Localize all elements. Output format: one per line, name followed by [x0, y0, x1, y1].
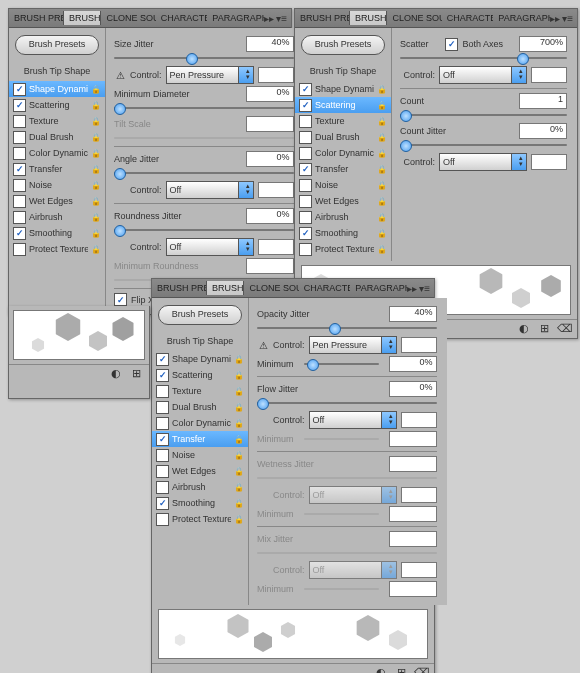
sidebar-item-color-dynamics[interactable]: Color Dynamics — [152, 415, 248, 431]
sidebar-item-noise[interactable]: Noise — [152, 447, 248, 463]
checkbox[interactable] — [13, 243, 26, 256]
min-diam-value[interactable]: 0% — [246, 86, 294, 102]
checkbox[interactable] — [299, 115, 312, 128]
new-icon[interactable]: ⊞ — [537, 322, 551, 336]
controlc1-box[interactable] — [401, 337, 437, 353]
flow-slider[interactable] — [257, 399, 437, 407]
tab-clone[interactable]: CLONE SOU — [387, 11, 441, 25]
controlb2-dropdown[interactable]: Off▴▾ — [439, 153, 527, 171]
checkbox[interactable] — [299, 147, 312, 160]
sidebar-item-smoothing[interactable]: Smoothing — [152, 495, 248, 511]
checkbox[interactable] — [13, 211, 26, 224]
checkbox[interactable] — [13, 83, 26, 96]
checkbox[interactable] — [13, 179, 26, 192]
sidebar-item-protect-texture[interactable]: Protect Texture — [152, 511, 248, 527]
sidebar-item-color-dynamics[interactable]: Color Dynamics — [9, 145, 105, 161]
lock-icon[interactable] — [91, 164, 101, 174]
trash-icon[interactable]: ⌫ — [414, 666, 428, 673]
sidebar-item-transfer[interactable]: Transfer — [152, 431, 248, 447]
sidebar-item-wet-edges[interactable]: Wet Edges — [295, 193, 391, 209]
brush-presets-button[interactable]: Brush Presets — [158, 305, 242, 325]
size-jitter-value[interactable]: 40% — [246, 36, 294, 52]
lock-icon[interactable] — [234, 498, 244, 508]
tab-brush[interactable]: BRUSH — [349, 11, 387, 25]
sidebar-item-transfer[interactable]: Transfer — [9, 161, 105, 177]
checkbox[interactable] — [13, 147, 26, 160]
new-icon[interactable]: ⊞ — [129, 367, 143, 381]
controlb1-box[interactable] — [531, 67, 567, 83]
lock-icon[interactable] — [377, 116, 387, 126]
sidebar-item-smoothing[interactable]: Smoothing — [295, 225, 391, 241]
tab-brush[interactable]: BRUSH — [63, 11, 101, 25]
expand-icon[interactable]: ▸▸ — [407, 283, 417, 294]
scatter-value[interactable]: 700% — [519, 36, 567, 52]
lock-icon[interactable] — [234, 514, 244, 524]
round-value[interactable]: 0% — [246, 208, 294, 224]
flipx-checkbox[interactable] — [114, 293, 127, 306]
sidebar-item-texture[interactable]: Texture — [295, 113, 391, 129]
min-diam-slider[interactable] — [114, 104, 294, 112]
both-axes-checkbox[interactable] — [445, 38, 458, 51]
sidebar-item-airbrush[interactable]: Airbrush — [152, 479, 248, 495]
brush-presets-button[interactable]: Brush Presets — [301, 35, 385, 55]
lock-icon[interactable] — [377, 100, 387, 110]
checkbox[interactable] — [156, 465, 169, 478]
expand-icon[interactable]: ▸▸ — [264, 13, 274, 24]
lock-icon[interactable] — [91, 100, 101, 110]
lock-icon[interactable] — [91, 180, 101, 190]
sidebar-item-noise[interactable]: Noise — [9, 177, 105, 193]
tab-brush-presets[interactable]: BRUSH PRE — [152, 281, 206, 295]
opacity-value[interactable]: 40% — [389, 306, 437, 322]
checkbox[interactable] — [156, 385, 169, 398]
checkbox[interactable] — [13, 131, 26, 144]
sidebar-item-scattering[interactable]: Scattering — [152, 367, 248, 383]
sidebar-item-wet-edges[interactable]: Wet Edges — [152, 463, 248, 479]
checkbox[interactable] — [156, 417, 169, 430]
controlb1-dropdown[interactable]: Off▴▾ — [439, 66, 527, 84]
sidebar-item-shape-dynamics[interactable]: Shape Dynamics — [9, 81, 105, 97]
checkbox[interactable] — [299, 211, 312, 224]
checkbox[interactable] — [156, 513, 169, 526]
flow-value[interactable]: 0% — [389, 381, 437, 397]
lock-icon[interactable] — [234, 450, 244, 460]
tab-brush-presets[interactable]: BRUSH PRE — [295, 11, 349, 25]
cjitter-value[interactable]: 0% — [519, 123, 567, 139]
sidebar-item-airbrush[interactable]: Airbrush — [9, 209, 105, 225]
checkbox[interactable] — [299, 163, 312, 176]
round-slider[interactable] — [114, 226, 294, 234]
tab-para[interactable]: PARAGRAPH — [350, 281, 407, 295]
sidebar-item-texture[interactable]: Texture — [9, 113, 105, 129]
toggle-icon[interactable]: ◐ — [109, 367, 123, 381]
brush-presets-button[interactable]: Brush Presets — [15, 35, 99, 55]
lock-icon[interactable] — [91, 132, 101, 142]
tab-char[interactable]: CHARACTE — [299, 281, 351, 295]
sidebar-item-dual-brush[interactable]: Dual Brush — [295, 129, 391, 145]
scatter-slider[interactable] — [400, 54, 567, 62]
lock-icon[interactable] — [91, 116, 101, 126]
control-dropdown[interactable]: Pen Pressure▴▾ — [166, 66, 254, 84]
lock-icon[interactable] — [377, 84, 387, 94]
checkbox[interactable] — [156, 449, 169, 462]
sidebar-item-protect-texture[interactable]: Protect Texture — [9, 241, 105, 257]
menu-icon[interactable]: ▾≡ — [562, 13, 573, 24]
brush-tip-shape[interactable]: Brush Tip Shape — [9, 61, 105, 81]
lock-icon[interactable] — [377, 164, 387, 174]
sidebar-item-scattering[interactable]: Scattering — [295, 97, 391, 113]
sidebar-item-protect-texture[interactable]: Protect Texture — [295, 241, 391, 257]
checkbox[interactable] — [13, 195, 26, 208]
sidebar-item-smoothing[interactable]: Smoothing — [9, 225, 105, 241]
checkbox[interactable] — [13, 115, 26, 128]
lock-icon[interactable] — [91, 148, 101, 158]
lock-icon[interactable] — [377, 212, 387, 222]
lock-icon[interactable] — [91, 84, 101, 94]
sidebar-item-airbrush[interactable]: Airbrush — [295, 209, 391, 225]
lock-icon[interactable] — [91, 228, 101, 238]
checkbox[interactable] — [299, 131, 312, 144]
checkbox[interactable] — [156, 481, 169, 494]
tab-clone[interactable]: CLONE SOU — [244, 281, 298, 295]
angle-value[interactable]: 0% — [246, 151, 294, 167]
tab-clone[interactable]: CLONE SOU — [101, 11, 155, 25]
expand-icon[interactable]: ▸▸ — [550, 13, 560, 24]
trash-icon[interactable]: ⌫ — [557, 322, 571, 336]
menu-icon[interactable]: ▾≡ — [276, 13, 287, 24]
